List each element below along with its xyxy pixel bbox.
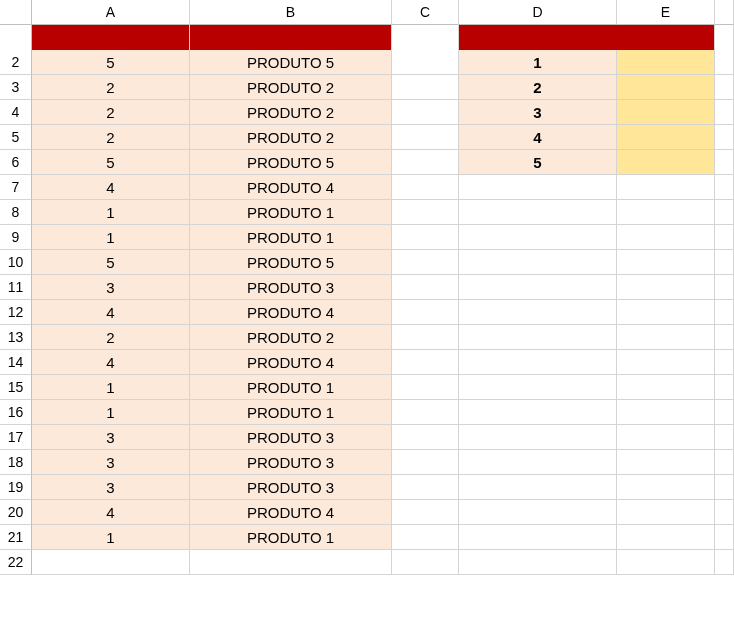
- cell-B9[interactable]: PRODUTO 1: [190, 225, 392, 250]
- row-header-11[interactable]: 11: [0, 275, 32, 300]
- cell-A7[interactable]: 4: [32, 175, 190, 200]
- cell-A6[interactable]: 5: [32, 150, 190, 175]
- cell-A12[interactable]: 4: [32, 300, 190, 325]
- row-header-8[interactable]: 8: [0, 200, 32, 225]
- cell-D20[interactable]: [459, 500, 617, 525]
- cell-A14[interactable]: 4: [32, 350, 190, 375]
- cell-D14[interactable]: [459, 350, 617, 375]
- row-header-16[interactable]: 16: [0, 400, 32, 425]
- cell-A15[interactable]: 1: [32, 375, 190, 400]
- cell-F8[interactable]: [715, 200, 734, 225]
- cell-C5[interactable]: [392, 125, 459, 150]
- cell-D13[interactable]: [459, 325, 617, 350]
- cell-A10[interactable]: 5: [32, 250, 190, 275]
- cell-A13[interactable]: 2: [32, 325, 190, 350]
- cell-D8[interactable]: [459, 200, 617, 225]
- column-header-A[interactable]: A: [32, 0, 190, 25]
- cell-D9[interactable]: [459, 225, 617, 250]
- cell-C7[interactable]: [392, 175, 459, 200]
- cell-C4[interactable]: [392, 100, 459, 125]
- cell-C15[interactable]: [392, 375, 459, 400]
- cell-E19[interactable]: [617, 475, 715, 500]
- cell-D19[interactable]: [459, 475, 617, 500]
- cell-B18[interactable]: PRODUTO 3: [190, 450, 392, 475]
- cell-A5[interactable]: 2: [32, 125, 190, 150]
- cell-D6[interactable]: 5: [459, 150, 617, 175]
- cell-C8[interactable]: [392, 200, 459, 225]
- row-header-14[interactable]: 14: [0, 350, 32, 375]
- cell-E8[interactable]: [617, 200, 715, 225]
- cell-A16[interactable]: 1: [32, 400, 190, 425]
- cell-E2[interactable]: [617, 50, 715, 75]
- cell-B3[interactable]: PRODUTO 2: [190, 75, 392, 100]
- row-header-17[interactable]: 17: [0, 425, 32, 450]
- cell-D15[interactable]: [459, 375, 617, 400]
- cell-C18[interactable]: [392, 450, 459, 475]
- cell-C20[interactable]: [392, 500, 459, 525]
- column-header-E[interactable]: E: [617, 0, 715, 25]
- cell-D22[interactable]: [459, 550, 617, 575]
- cell-D2[interactable]: 1: [459, 50, 617, 75]
- row-header-9[interactable]: 9: [0, 225, 32, 250]
- row-header-15[interactable]: 15: [0, 375, 32, 400]
- cell-F14[interactable]: [715, 350, 734, 375]
- cell-E9[interactable]: [617, 225, 715, 250]
- cell-A18[interactable]: 3: [32, 450, 190, 475]
- cell-F12[interactable]: [715, 300, 734, 325]
- spreadsheet-grid[interactable]: ABCDE1CÓD.PRODUTOFREQUÊNCIA25PRODUTO 513…: [0, 0, 734, 575]
- row-header-13[interactable]: 13: [0, 325, 32, 350]
- cell-E16[interactable]: [617, 400, 715, 425]
- cell-A19[interactable]: 3: [32, 475, 190, 500]
- cell-C9[interactable]: [392, 225, 459, 250]
- cell-F16[interactable]: [715, 400, 734, 425]
- cell-F11[interactable]: [715, 275, 734, 300]
- cell-E20[interactable]: [617, 500, 715, 525]
- cell-B20[interactable]: PRODUTO 4: [190, 500, 392, 525]
- cell-A8[interactable]: 1: [32, 200, 190, 225]
- cell-E18[interactable]: [617, 450, 715, 475]
- cell-B10[interactable]: PRODUTO 5: [190, 250, 392, 275]
- cell-B12[interactable]: PRODUTO 4: [190, 300, 392, 325]
- cell-A17[interactable]: 3: [32, 425, 190, 450]
- cell-B16[interactable]: PRODUTO 1: [190, 400, 392, 425]
- cell-E21[interactable]: [617, 525, 715, 550]
- row-header-20[interactable]: 20: [0, 500, 32, 525]
- cell-E17[interactable]: [617, 425, 715, 450]
- cell-A9[interactable]: 1: [32, 225, 190, 250]
- cell-B2[interactable]: PRODUTO 5: [190, 50, 392, 75]
- row-header-5[interactable]: 5: [0, 125, 32, 150]
- cell-A11[interactable]: 3: [32, 275, 190, 300]
- cell-C6[interactable]: [392, 150, 459, 175]
- cell-C22[interactable]: [392, 550, 459, 575]
- cell-E3[interactable]: [617, 75, 715, 100]
- cell-B19[interactable]: PRODUTO 3: [190, 475, 392, 500]
- cell-A2[interactable]: 5: [32, 50, 190, 75]
- cell-A20[interactable]: 4: [32, 500, 190, 525]
- cell-F13[interactable]: [715, 325, 734, 350]
- cell-B22[interactable]: [190, 550, 392, 575]
- row-header-4[interactable]: 4: [0, 100, 32, 125]
- cell-E12[interactable]: [617, 300, 715, 325]
- cell-F9[interactable]: [715, 225, 734, 250]
- cell-F7[interactable]: [715, 175, 734, 200]
- cell-E14[interactable]: [617, 350, 715, 375]
- row-header-22[interactable]: 22: [0, 550, 32, 575]
- cell-F6[interactable]: [715, 150, 734, 175]
- cell-D7[interactable]: [459, 175, 617, 200]
- cell-C2[interactable]: [392, 50, 459, 75]
- cell-A4[interactable]: 2: [32, 100, 190, 125]
- cell-C16[interactable]: [392, 400, 459, 425]
- cell-C21[interactable]: [392, 525, 459, 550]
- column-header-C[interactable]: C: [392, 0, 459, 25]
- cell-E22[interactable]: [617, 550, 715, 575]
- cell-A22[interactable]: [32, 550, 190, 575]
- cell-C13[interactable]: [392, 325, 459, 350]
- cell-D18[interactable]: [459, 450, 617, 475]
- row-header-19[interactable]: 19: [0, 475, 32, 500]
- cell-F10[interactable]: [715, 250, 734, 275]
- row-header-18[interactable]: 18: [0, 450, 32, 475]
- cell-E11[interactable]: [617, 275, 715, 300]
- cell-F18[interactable]: [715, 450, 734, 475]
- column-header-B[interactable]: B: [190, 0, 392, 25]
- cell-C11[interactable]: [392, 275, 459, 300]
